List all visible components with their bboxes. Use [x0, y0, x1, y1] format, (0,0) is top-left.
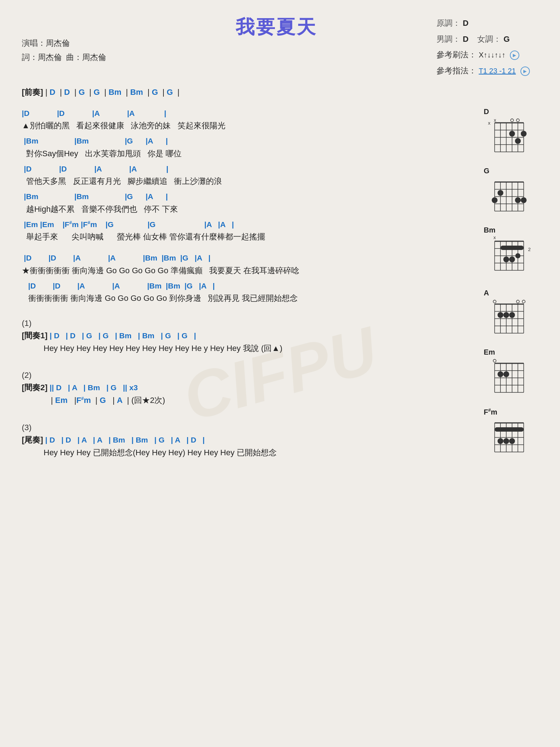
- section-num-2: (2): [22, 371, 469, 380]
- svg-rect-46: [500, 246, 524, 250]
- svg-point-16: [515, 138, 521, 144]
- svg-point-31: [515, 197, 521, 203]
- credits-line: 詞：周杰倫 曲：周杰倫: [22, 51, 116, 64]
- singer-line: 演唱：周杰倫: [22, 36, 116, 50]
- chord-line-4: |Bm |Bm |G |A |: [22, 191, 469, 202]
- lyric-line-7: 衝衝衝衝衝 衝向海邊 Go Go Go Go Go 到你身邊 別說再見 我已經開…: [22, 292, 469, 304]
- prelude-chords: | D | D | G | G | Bm | Bm | G | G |: [45, 88, 179, 97]
- header-area: 演唱：周杰倫 詞：周杰倫 曲：周杰倫 我要夏天 原調： D 男調： D 女調： …: [22, 15, 538, 79]
- svg-text:x: x: [494, 236, 496, 240]
- interlude2-second: | Em |F#m | G | A | (回★2次): [51, 394, 469, 406]
- chord-line-7: |D |D |A |A |Bm |Bm |G |A |: [22, 280, 469, 292]
- lyric-line-1: ▲別怕曬的黑 看起來很健康 泳池旁的妹 笑起來很陽光: [22, 120, 469, 132]
- chord-grid-Em: [487, 358, 531, 398]
- svg-point-61: [493, 300, 496, 303]
- svg-point-66: [509, 312, 515, 318]
- svg-point-30: [498, 190, 503, 196]
- fingering-play-button[interactable]: ▶: [520, 66, 530, 76]
- svg-point-80: [503, 371, 509, 377]
- sheet-area: |D |D |A |A | ▲別怕曬的黑 看起來很健康 泳池旁的妹 笑起來很陽光…: [22, 108, 469, 467]
- info-block: 原調： D 男調： D 女調： G 參考刷法： X↑↓↓↑↓↑ ▶ 參考指法： …: [437, 15, 538, 79]
- strumming-play-button[interactable]: ▶: [510, 51, 519, 60]
- chord-grid-Bm: x 2: [487, 236, 531, 279]
- svg-point-79: [498, 371, 503, 377]
- prelude-section: [前奏] | D | D | G | G | Bm | Bm | G | G |: [22, 86, 538, 98]
- chord-grid-A: [487, 299, 531, 339]
- verse1-block5: |Em |Em |F#m |F#m |G |G |A |A | 舉起手來 尖叫吶…: [22, 219, 469, 243]
- chord-line-2: |Bm |Bm |G |A |: [22, 135, 469, 147]
- chord-grid-G: [487, 177, 531, 217]
- main-content: |D |D |A |A | ▲別怕曬的黑 看起來很健康 泳池旁的妹 笑起來很陽光…: [22, 108, 538, 467]
- title-block: 我要夏天: [116, 15, 437, 44]
- hey-line-outro: Hey Hey Hey 已開始想念(Hey Hey Hey) Hey Hey H…: [44, 447, 469, 458]
- lyric-line-6: ★衝衝衝衝衝 衝向海邊 Go Go Go Go Go 準備瘋癲 我要夏天 在我耳…: [22, 265, 469, 276]
- verse1-block1: |D |D |A |A | ▲別怕曬的黑 看起來很健康 泳池旁的妹 笑起來很陽光: [22, 108, 469, 132]
- chorus-block2: |D |D |A |A |Bm |Bm |G |A | 衝衝衝衝衝 衝向海邊 G…: [22, 280, 469, 304]
- interlude1-chords: [間奏1] | D | D | G | G | Bm | Bm | G | G …: [22, 330, 469, 342]
- section-num-1: (1): [22, 319, 469, 328]
- chord-diagram-Bm: Bm x 2: [480, 226, 538, 281]
- strumming-line: 參考刷法： X↑↓↓↑↓↑ ▶: [437, 48, 538, 62]
- outro-block: [尾奏] | D | D | A | A | Bm | Bm | G | A |…: [22, 434, 469, 458]
- svg-point-62: [516, 300, 519, 303]
- verse1-block2: |Bm |Bm |G |A | 對你Say個Hey 出水芙蓉加甩頭 你是 哪位: [22, 135, 469, 160]
- interlude2-block: [間奏2] || D | A | Bm | G || x3 | Em |F#m …: [22, 381, 469, 406]
- svg-point-13: [511, 119, 514, 122]
- chord-diagram-G: G: [480, 167, 538, 218]
- lyric-line-4: 越High越不累 音樂不停我們也 停不 下來: [22, 203, 469, 215]
- chord-grid-D: x x: [487, 117, 531, 157]
- chord-diagram-Fshm: F#m: [480, 407, 538, 459]
- svg-point-65: [503, 312, 509, 318]
- meta-block: 演唱：周杰倫 詞：周杰倫 曲：周杰倫: [22, 15, 116, 65]
- svg-point-63: [522, 300, 525, 303]
- original-key-line: 原調： D: [437, 16, 538, 31]
- fingering-line: 參考指法： T1 23 -1 21 ▶: [437, 64, 538, 78]
- prelude-label: [前奏]: [22, 88, 43, 97]
- fingering-pattern-link[interactable]: T1 23 -1 21: [479, 67, 516, 75]
- chord-diagrams: D x x: [480, 108, 538, 467]
- chord-line-1: |D |D |A |A |: [22, 108, 469, 119]
- svg-point-49: [515, 253, 520, 258]
- svg-point-47: [503, 257, 509, 262]
- svg-text:2: 2: [528, 247, 531, 252]
- svg-point-95: [509, 438, 515, 444]
- chord-line-3: |D |D |A |A |: [22, 163, 469, 175]
- interlude2-chords: [間奏2] || D | A | Bm | G || x3: [22, 381, 469, 393]
- svg-point-15: [509, 131, 515, 137]
- verse1-block3: |D |D |A |A | 管他天多黑 反正還有月光 腳步繼續追 衝上沙灘的浪: [22, 163, 469, 187]
- interlude1-block: [間奏1] | D | D | G | G | Bm | Bm | G | G …: [22, 330, 469, 354]
- svg-point-17: [521, 131, 527, 137]
- svg-point-48: [509, 257, 515, 262]
- svg-text:x: x: [488, 120, 491, 126]
- svg-point-29: [492, 197, 498, 203]
- svg-point-93: [498, 438, 503, 444]
- outro-chords: [尾奏] | D | D | A | A | Bm | Bm | G | A |…: [22, 434, 469, 446]
- chord-grid-Fshm: [487, 417, 531, 457]
- chord-line-6: |D |D |A |A |Bm |Bm |G |A |: [22, 252, 469, 264]
- song-title: 我要夏天: [116, 15, 437, 40]
- svg-rect-92: [495, 427, 524, 432]
- lyric-line-2: 對你Say個Hey 出水芙蓉加甩頭 你是 哪位: [22, 148, 469, 160]
- svg-point-78: [493, 359, 496, 362]
- transposed-key-line: 男調： D 女調： G: [437, 32, 538, 47]
- lyric-line-5: 舉起手來 尖叫吶喊 螢光棒 仙女棒 管你還有什麼棒都一起搖擺: [22, 231, 469, 243]
- chord-diagram-A: A: [480, 289, 538, 340]
- hey-line-1: Hey Hey Hey Hey Hey Hey Hey Hey Hey He y…: [44, 343, 469, 354]
- verse1-block4: |Bm |Bm |G |A | 越High越不累 音樂不停我們也 停不 下來: [22, 191, 469, 215]
- chord-diagram-D: D x x: [480, 108, 538, 159]
- chord-line-5: |Em |Em |F#m |F#m |G |G |A |A |: [22, 219, 469, 230]
- svg-point-32: [521, 197, 527, 203]
- chord-diagram-Em: Em: [480, 348, 538, 399]
- chorus-block1: |D |D |A |A |Bm |Bm |G |A | ★衝衝衝衝衝 衝向海邊 …: [22, 252, 469, 276]
- svg-point-14: [516, 119, 519, 122]
- svg-point-94: [503, 438, 509, 444]
- section-num-3: (3): [22, 423, 469, 432]
- svg-text:x: x: [494, 117, 496, 123]
- svg-point-64: [498, 312, 503, 318]
- lyric-line-3: 管他天多黑 反正還有月光 腳步繼續追 衝上沙灘的浪: [22, 175, 469, 187]
